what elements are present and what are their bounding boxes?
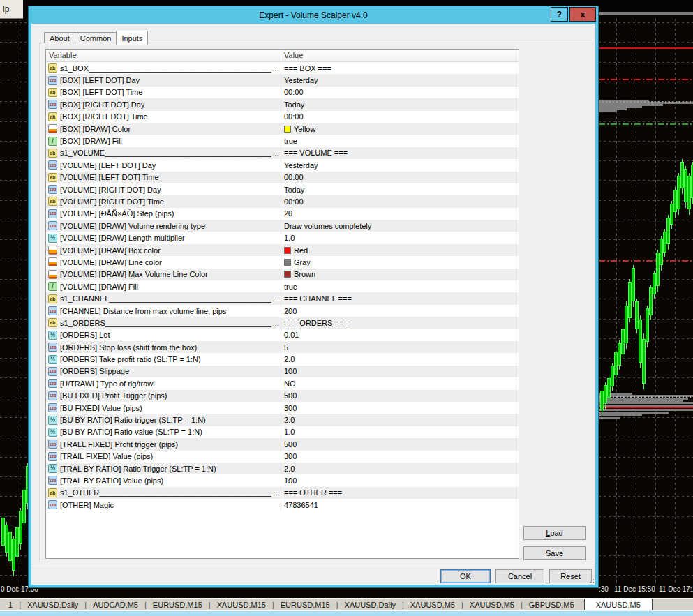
input-row[interactable]: 123[VOLUME] [ĐÅÑ×ÁÒ] Step (pips)20	[46, 208, 519, 220]
value-cell[interactable]: 200	[281, 305, 519, 317]
input-row[interactable]: [BOX] [DRAW] ColorYellow	[46, 123, 519, 135]
input-row[interactable]: ab[BOX] [LEFT DOT] Time00:00	[46, 87, 519, 98]
value-cell[interactable]: 2.0	[281, 414, 519, 426]
chart-tab[interactable]: EURUSD,M15	[275, 600, 336, 610]
chart-tab[interactable]: XAUUSD,Daily	[22, 600, 84, 610]
input-row[interactable]: abs1_VOLUME_____________________________…	[46, 147, 519, 159]
input-row[interactable]: 123[VOLUME] [DRAW] Volume rendering type…	[46, 220, 519, 232]
value-cell[interactable]: 00:00	[281, 172, 519, 183]
value-cell[interactable]: Yellow	[281, 123, 519, 135]
input-row[interactable]: [VOLUME] [DRAW] Line colorGray	[46, 256, 519, 268]
input-row[interactable]: ab[VOLUME] [RIGHT DOT] Time00:00	[46, 195, 519, 207]
input-row[interactable]: ab[BOX] [RIGHT DOT] Time00:00	[46, 111, 519, 123]
value-cell[interactable]: 500	[281, 438, 519, 450]
input-row[interactable]: 123[TRAIL FIXED] Value (pips)300	[46, 451, 519, 463]
chart-tab[interactable]: GBPUSD,M5	[523, 600, 580, 610]
input-row[interactable]: 123[TRAL BY RATIO] Value (pips)100	[46, 474, 519, 486]
input-row[interactable]: 123[ORDERS] Stop loss (shift from the bo…	[46, 341, 519, 353]
value-cell[interactable]: 20	[281, 208, 519, 220]
input-row[interactable]: [VOLUME] [DRAW] Box colorRed	[46, 244, 519, 256]
value-cell[interactable]: Today	[281, 98, 519, 110]
value-text: === CHANNEL ===	[284, 294, 352, 303]
load-button[interactable]: Load	[523, 526, 586, 540]
chart-tab[interactable]: 1	[3, 600, 18, 610]
input-row[interactable]: abs1_ORDERS_____________________________…	[46, 317, 519, 329]
input-row[interactable]: 123[BOX] [RIGHT DOT] DayToday	[46, 98, 519, 110]
input-row[interactable]: 123[TRALL FIXED] Profit trigger (pips)50…	[46, 438, 519, 450]
value-cell[interactable]: 300	[281, 402, 519, 414]
input-row[interactable]: ab[VOLUME] [LEFT DOT] Time00:00	[46, 172, 519, 183]
value-cell[interactable]: 47836541	[281, 499, 519, 511]
chart-tab[interactable]: XAUUSD,Daily	[339, 600, 401, 610]
value-cell[interactable]: Gray	[281, 256, 519, 268]
value-cell[interactable]: 1.0	[281, 232, 519, 243]
dialog-title-bar[interactable]: Expert - Volume Scalper v4.0	[29, 6, 598, 24]
input-row[interactable]: 123[U/TRAWL] Type of rig/trawlNO	[46, 377, 519, 389]
help-button[interactable]: ?	[551, 7, 568, 22]
reset-button[interactable]: Reset	[549, 569, 592, 583]
value-cell[interactable]: 00:00	[281, 111, 519, 123]
value-cell[interactable]: 100	[281, 366, 519, 377]
input-row[interactable]: abs1_BOX________________________________…	[46, 62, 519, 74]
input-row[interactable]: 123[VOLUME] [RIGHT DOT] DayToday	[46, 183, 519, 195]
ok-button[interactable]: OK	[440, 569, 491, 583]
value-cell[interactable]: === VOLUME ===	[281, 147, 519, 159]
value-cell[interactable]: 500	[281, 390, 519, 402]
variable-name: [BU FIXED] Profit Trigger (pips)	[60, 391, 167, 400]
input-row[interactable]: ½[ORDERS] Lot0.01	[46, 329, 519, 341]
cancel-button[interactable]: Cancel	[495, 569, 544, 583]
chart-tab-active[interactable]: XAUUSD,M5	[584, 599, 653, 610]
value-cell[interactable]: Draw volumes completely	[281, 220, 519, 232]
input-row[interactable]: 123[VOLUME] [LEFT DOT] DayYesterday	[46, 159, 519, 171]
value-cell[interactable]: NO	[281, 377, 519, 389]
value-cell[interactable]: Red	[281, 244, 519, 256]
chart-tab[interactable]: XAUUSD,M5	[405, 600, 461, 610]
value-cell[interactable]: 0.01	[281, 329, 519, 341]
value-cell[interactable]: === ORDERS ===	[281, 317, 519, 329]
input-row[interactable]: ½[TRAL BY RATIO] Ratio Trigger (SL:TP = …	[46, 463, 519, 474]
input-row[interactable]: ½[BU BY RATIO] Ratio-trigger (SL:TP = 1:…	[46, 414, 519, 426]
save-button[interactable]: Save	[523, 546, 586, 560]
value-cell[interactable]: Brown	[281, 269, 519, 280]
column-header-value[interactable]: Value	[281, 50, 519, 61]
input-row[interactable]: [VOLUME] [DRAW] Max Volume Line ColorBro…	[46, 269, 519, 280]
input-row[interactable]: 123[ORDERS] Slippage100	[46, 366, 519, 377]
value-cell[interactable]: Yesterday	[281, 159, 519, 171]
input-row[interactable]: abs1_OTHER______________________________…	[46, 487, 519, 499]
value-cell[interactable]: 00:00	[281, 87, 519, 98]
input-row[interactable]: 123[BOX] [LEFT DOT] DayYesterday	[46, 74, 519, 86]
tab-inputs[interactable]: Inputs	[116, 31, 148, 45]
value-cell[interactable]: === OTHER ===	[281, 487, 519, 499]
chart-tab[interactable]: XAUUSD,M15	[211, 600, 271, 610]
value-cell[interactable]: Today	[281, 183, 519, 195]
value-cell[interactable]: 300	[281, 451, 519, 463]
input-row[interactable]: 123[BU FIXED] Value (pips)300	[46, 402, 519, 414]
variable-cell: abs1_ORDERS_____________________________…	[46, 317, 281, 329]
value-cell[interactable]: 100	[281, 474, 519, 486]
value-cell[interactable]: Yesterday	[281, 74, 519, 86]
resize-grip-icon[interactable]	[588, 578, 594, 583]
column-header-variable[interactable]: Variable	[46, 50, 281, 61]
input-row[interactable]: /[BOX] [DRAW] Filltrue	[46, 135, 519, 147]
value-cell[interactable]: true	[281, 135, 519, 147]
close-button[interactable]: x	[569, 7, 596, 22]
input-row[interactable]: ½[ORDERS] Take profit ratio (SL:TP = 1:N…	[46, 353, 519, 365]
value-cell[interactable]: 2.0	[281, 353, 519, 365]
chart-tab[interactable]: AUDCAD,M5	[87, 600, 144, 610]
value-cell[interactable]: true	[281, 280, 519, 292]
input-row[interactable]: 123[CHANNEL] Distance from max volume li…	[46, 305, 519, 317]
value-cell[interactable]: 1.0	[281, 426, 519, 438]
value-cell[interactable]: 5	[281, 341, 519, 353]
value-cell[interactable]: === BOX ===	[281, 62, 519, 74]
value-cell[interactable]: === CHANNEL ===	[281, 292, 519, 304]
input-row[interactable]: ½[VOLUME] [DRAW] Length multiplier1.0	[46, 232, 519, 243]
input-row[interactable]: 123[OTHER] Magic47836541	[46, 499, 519, 511]
input-row[interactable]: /[VOLUME] [DRAW] Filltrue	[46, 280, 519, 292]
chart-tab[interactable]: EURUSD,M15	[147, 600, 208, 610]
value-cell[interactable]: 2.0	[281, 463, 519, 474]
chart-tab[interactable]: XAUUSD,M5	[464, 600, 520, 610]
input-row[interactable]: ½[BU BY RATIO] Ratio-value (SL:TP = 1:N)…	[46, 426, 519, 438]
input-row[interactable]: abs1_CHANNEL____________________________…	[46, 292, 519, 304]
input-row[interactable]: 123[BU FIXED] Profit Trigger (pips)500	[46, 390, 519, 402]
value-cell[interactable]: 00:00	[281, 195, 519, 207]
